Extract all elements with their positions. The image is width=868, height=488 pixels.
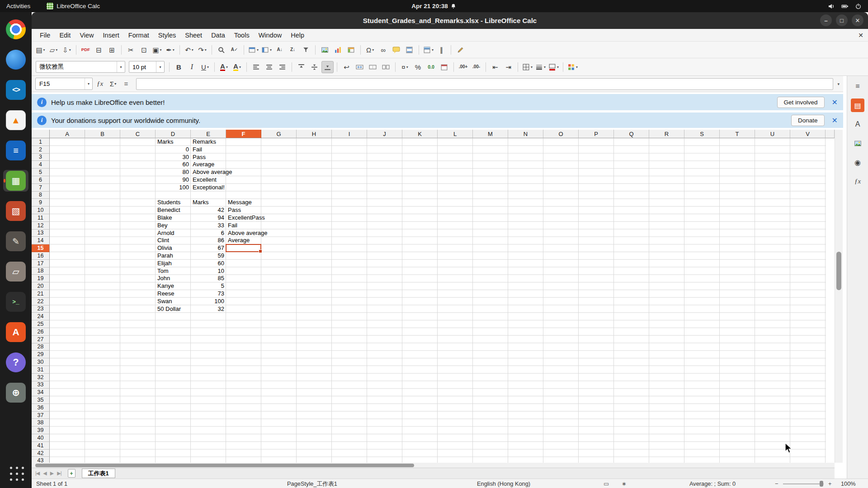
underline-button[interactable]: U▾: [199, 61, 211, 73]
col-header-L[interactable]: L: [438, 130, 473, 138]
minimize-button[interactable]: –: [820, 14, 832, 26]
border-color-dropdown-icon[interactable]: ▾: [557, 65, 559, 69]
formula-button[interactable]: =: [120, 78, 132, 90]
row-header-42[interactable]: 42: [32, 450, 50, 457]
row-header-22[interactable]: 22: [32, 298, 50, 305]
conditional-formatting-button[interactable]: ▾: [566, 61, 579, 73]
row-header-17[interactable]: 17: [32, 260, 50, 267]
freeze-rows-columns-dropdown-icon[interactable]: ▾: [432, 48, 434, 52]
row-header-15[interactable]: 15: [32, 244, 50, 252]
cell-cursor-F15[interactable]: [226, 244, 261, 252]
select-all-corner[interactable]: [32, 130, 50, 138]
dock-ubuntu-software[interactable]: A: [3, 321, 28, 343]
page-style-status[interactable]: PageStyle_工作表1: [287, 480, 337, 488]
merge-and-center-button[interactable]: [354, 61, 366, 73]
cell-grid[interactable]: MarksRemarks0Fail30Pass60Average80Above …: [50, 138, 826, 463]
cell-D4[interactable]: 60: [156, 161, 190, 169]
col-header-A[interactable]: A: [50, 130, 85, 138]
window-titlebar[interactable]: Student_Grades_and_Remarks.xlsx - LibreO…: [32, 12, 868, 29]
cell-E1[interactable]: Remarks: [191, 138, 216, 146]
row-header-39[interactable]: 39: [32, 427, 50, 434]
dock-files[interactable]: ▱: [3, 261, 28, 282]
row-header-19[interactable]: 19: [32, 275, 50, 282]
cell-D14[interactable]: Clint: [156, 237, 169, 244]
cell-F14[interactable]: Average: [226, 237, 250, 244]
paste-dropdown-icon[interactable]: ▾: [160, 48, 162, 52]
align-right-button[interactable]: [276, 61, 288, 73]
align-bottom-button[interactable]: [321, 61, 334, 73]
zoom-in-icon[interactable]: +: [828, 480, 831, 487]
cell-E11[interactable]: 94: [191, 214, 226, 222]
zoom-slider-track[interactable]: [783, 483, 824, 484]
row-header-27[interactable]: 27: [32, 336, 50, 343]
menu-data[interactable]: Data: [207, 30, 230, 40]
cell-D9[interactable]: Students: [156, 199, 180, 206]
cell-F12[interactable]: Fail: [226, 222, 237, 230]
sidebar-tab-functions[interactable]: ƒx: [851, 174, 864, 188]
new-dropdown-icon[interactable]: ▾: [43, 48, 45, 52]
sum-average-status[interactable]: Average: ; Sum: 0: [689, 480, 736, 487]
menu-help[interactable]: Help: [286, 30, 309, 40]
row-header-28[interactable]: 28: [32, 343, 50, 351]
expand-formula-bar-icon[interactable]: ▾: [837, 82, 840, 86]
dock-thunderbird[interactable]: [3, 49, 28, 70]
col-header-E[interactable]: E: [191, 130, 226, 138]
menu-tools[interactable]: Tools: [230, 30, 254, 40]
cell-F13[interactable]: Above average: [226, 230, 267, 237]
cell-D5[interactable]: 80: [156, 169, 190, 176]
insert-columns-dropdown-icon[interactable]: ▾: [270, 48, 272, 52]
clock-menu[interactable]: Apr 21 20:38: [411, 3, 456, 9]
row-header-31[interactable]: 31: [32, 366, 50, 374]
row-header-18[interactable]: 18: [32, 267, 50, 275]
insert-image-button[interactable]: [319, 44, 331, 56]
border-color-button[interactable]: ▾: [547, 61, 560, 73]
col-header-D[interactable]: D: [156, 130, 191, 138]
cell-D10[interactable]: Benedict: [156, 206, 180, 214]
selection-mode-icon[interactable]: ▭: [604, 480, 609, 487]
cell-D18[interactable]: Tom: [156, 267, 169, 275]
dock-terminal[interactable]: >_: [3, 291, 28, 313]
cell-E15[interactable]: 67: [191, 244, 226, 252]
dock-vlc[interactable]: ▲: [3, 109, 28, 131]
menu-styles[interactable]: Styles: [154, 30, 181, 40]
dock-settings[interactable]: ⊕: [3, 382, 28, 404]
col-header-R[interactable]: R: [649, 130, 684, 138]
cell-reference-input[interactable]: [36, 80, 85, 87]
open-button[interactable]: ▱▾: [47, 44, 60, 56]
redo-button[interactable]: ↷▾: [196, 44, 208, 56]
cell-E19[interactable]: 85: [191, 275, 226, 282]
dock-gimp[interactable]: ✎: [3, 230, 28, 252]
delete-decimal-button[interactable]: .00-: [470, 61, 482, 73]
conditional-formatting-dropdown-icon[interactable]: ▾: [576, 65, 578, 69]
save-button[interactable]: ⇩▾: [61, 44, 73, 56]
sidebar-tab-sidebar-settings[interactable]: ≡: [851, 80, 864, 93]
col-header-S[interactable]: S: [684, 130, 720, 138]
font-size-combobox[interactable]: ▾: [129, 61, 165, 73]
print-button[interactable]: ⊟: [93, 44, 105, 56]
cell-E17[interactable]: 60: [191, 260, 226, 267]
underline-dropdown-icon[interactable]: ▾: [207, 65, 209, 69]
font-name-input[interactable]: [36, 64, 117, 70]
menu-window[interactable]: Window: [254, 30, 287, 40]
clone-formatting-dropdown-icon[interactable]: ▾: [173, 48, 175, 52]
cell-E20[interactable]: 5: [191, 282, 226, 290]
vertical-scrollbar[interactable]: [835, 130, 843, 463]
cell-E10[interactable]: 42: [191, 206, 226, 214]
row-header-32[interactable]: 32: [32, 374, 50, 381]
row-header-5[interactable]: 5: [32, 169, 50, 176]
split-window-button[interactable]: ∥: [435, 44, 448, 56]
focused-app-menu[interactable]: LibreOffice Calc: [47, 3, 100, 9]
sidebar-tab-properties[interactable]: ▤: [851, 99, 864, 112]
cell-E9[interactable]: Marks: [191, 199, 208, 206]
dock-libreoffice-writer[interactable]: ≡: [3, 140, 28, 161]
dock-libreoffice-calc[interactable]: ▦: [3, 170, 28, 192]
cell-E21[interactable]: 73: [191, 290, 226, 298]
get-involved-button[interactable]: Get involved: [777, 97, 825, 108]
row-header-4[interactable]: 4: [32, 161, 50, 169]
format-date-button[interactable]: [438, 61, 450, 73]
font-size-dropdown-icon[interactable]: ▾: [156, 61, 164, 72]
sheet-tab-active[interactable]: 工作表1: [82, 469, 115, 478]
name-box[interactable]: ▾: [35, 78, 93, 90]
cell-E7[interactable]: Exceptional!: [191, 184, 225, 192]
add-sheet-button[interactable]: +: [68, 469, 75, 478]
